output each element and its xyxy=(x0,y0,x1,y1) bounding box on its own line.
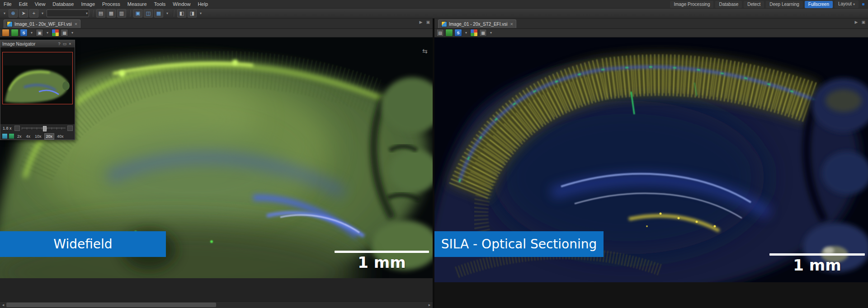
image-file-icon xyxy=(441,21,447,27)
ribbon-button-layout[interactable]: Layout▾ xyxy=(835,0,859,8)
ribbon-button-fullscreen[interactable]: Fullscreen xyxy=(805,1,833,8)
layout-grid-icon[interactable]: ▥ xyxy=(117,9,126,18)
scalebar xyxy=(769,253,865,256)
chevron-down-icon[interactable]: ▾ xyxy=(165,9,170,18)
split-left-icon[interactable]: ◧ xyxy=(177,9,186,18)
tab-left-image[interactable]: Image_01 - 20x_WF_EFI.vsi × xyxy=(4,19,80,28)
tab-scroll-icon[interactable]: ▶ xyxy=(420,20,423,24)
annotation-tool-icon[interactable] xyxy=(2,29,9,37)
scalebar xyxy=(335,251,429,253)
scaling-tool-icon[interactable]: S xyxy=(454,29,462,37)
menu-item-tools[interactable]: Tools xyxy=(151,0,170,8)
layout-grid-icon[interactable]: ▦ xyxy=(107,9,116,18)
pin-icon[interactable]: ▭ xyxy=(62,42,67,46)
close-icon[interactable]: × xyxy=(510,21,513,27)
grid-overlay-icon[interactable]: ▦ xyxy=(479,29,487,37)
chevron-down-icon[interactable]: ▾ xyxy=(70,28,75,37)
right-panel-toolbar: ▤ S ▾ ▦ ▾ xyxy=(434,28,868,37)
mag-button-40x[interactable]: 40x xyxy=(55,133,66,140)
zoom-in-button[interactable] xyxy=(67,126,73,131)
scroll-right-icon[interactable]: ▸ xyxy=(426,302,433,308)
scroll-left-icon[interactable]: ◂ xyxy=(0,302,6,308)
scalebar-label: 1 mm xyxy=(769,256,865,274)
chevron-down-icon[interactable]: ▾ xyxy=(40,9,45,18)
pointer-tool-icon[interactable]: ➤ xyxy=(19,9,28,18)
tab-title: Image_01 - 20x_ST2_EFI.vsi xyxy=(449,22,508,27)
toolbar-separator xyxy=(92,10,93,17)
tab-bar-controls: ▶ ▣ xyxy=(420,20,430,24)
scalebar-label: 1 mm xyxy=(335,253,429,271)
channel-tool-icon[interactable] xyxy=(11,29,19,37)
right-tab-bar: Image_01 - 20x_ST2_EFI.vsi × ▶ ▣ xyxy=(434,19,868,29)
mag-button-2x[interactable]: 2x xyxy=(15,133,24,140)
navigator-titlebar[interactable]: Image Navigator ? ▭ × xyxy=(0,40,75,48)
chevron-down-icon[interactable]: ▾ xyxy=(463,28,469,37)
menu-item-process[interactable]: Process xyxy=(99,0,124,8)
magnification-combobox[interactable]: ▾ xyxy=(47,9,89,17)
navigator-view-rectangle[interactable] xyxy=(2,52,73,104)
ribbon-button-image-processing[interactable]: Image Processing xyxy=(670,1,713,8)
left-panel-toolbar: S ▾ ▣ ▾ ▦ ▾ xyxy=(0,28,433,37)
menubar: File Edit View Database Image Process Me… xyxy=(0,0,868,9)
chevron-down-icon[interactable]: ▾ xyxy=(29,28,34,37)
menu-item-help[interactable]: Help xyxy=(194,0,212,8)
chevron-down-icon[interactable]: ▾ xyxy=(45,28,50,37)
mag-button-4x[interactable]: 4x xyxy=(24,133,33,140)
split-right-icon[interactable]: ◨ xyxy=(188,9,197,18)
frame-tool-icon[interactable]: ▣ xyxy=(36,29,43,37)
horizontal-scrollbar[interactable]: ◂ ▸ xyxy=(0,301,433,308)
tab-right-image[interactable]: Image_01 - 20x_ST2_EFI.vsi × xyxy=(438,19,516,28)
ribbon-button-database[interactable]: Database xyxy=(715,1,742,8)
grid-view-icon[interactable]: ▦ xyxy=(154,9,163,18)
chevron-down-icon[interactable]: ▾ xyxy=(488,28,494,37)
mag-button-20x[interactable]: 20x xyxy=(44,133,55,140)
overview-mode-icon[interactable] xyxy=(2,133,8,139)
zoom-tool-icon[interactable]: ⊕ xyxy=(9,9,18,18)
mag-button-10x[interactable]: 10x xyxy=(33,133,43,140)
tab-title: Image_01 - 20x_WF_EFI.vsi xyxy=(14,22,72,27)
zoom-slider[interactable] xyxy=(22,126,66,131)
left-panel-gutter xyxy=(0,278,433,301)
close-icon[interactable]: × xyxy=(75,21,77,27)
panel-divider[interactable] xyxy=(433,19,434,308)
color-mode-icon[interactable] xyxy=(52,29,59,37)
menu-item-edit[interactable]: Edit xyxy=(15,0,31,8)
zoom-slider-handle[interactable] xyxy=(43,126,47,131)
ribbon-button-deep-learning[interactable]: Deep Learning xyxy=(766,1,803,8)
scrollbar-thumb[interactable] xyxy=(6,303,216,307)
tab-list-icon[interactable]: ▣ xyxy=(426,20,430,24)
workflow-ribbon: Image Processing Database Detect Deep Le… xyxy=(670,0,864,8)
tab-scroll-icon[interactable]: ▶ xyxy=(855,20,858,24)
menu-item-measure[interactable]: Measure xyxy=(124,0,151,8)
fit-view-icon[interactable] xyxy=(9,133,14,139)
tab-list-icon[interactable]: ▣ xyxy=(861,20,865,24)
menu-item-window[interactable]: Window xyxy=(169,0,194,8)
zoom-out-button[interactable] xyxy=(14,126,20,131)
sync-view-icon[interactable]: ⇆ xyxy=(422,47,428,55)
navigator-magnification-row: 2x 4x 10x 20x 40x xyxy=(0,133,75,140)
overlay-view-icon[interactable]: ◫ xyxy=(144,9,153,18)
help-icon[interactable]: ? xyxy=(57,42,62,46)
navigator-thumbnail[interactable] xyxy=(0,47,75,124)
scaling-tool-icon[interactable]: S xyxy=(20,29,28,37)
chevron-down-icon[interactable]: ▾ xyxy=(198,9,203,18)
ribbon-button-detect[interactable]: Detect xyxy=(744,1,764,8)
menu-item-file[interactable]: File xyxy=(0,0,15,8)
pan-tool-icon[interactable]: + xyxy=(29,9,38,18)
grid-overlay-icon[interactable]: ▦ xyxy=(61,29,68,37)
layout-grid-icon[interactable]: ▤ xyxy=(96,9,105,18)
right-image-viewport[interactable]: SILA - Optical Sectioning 1 mm xyxy=(434,37,868,282)
main-toolbar: ▾ ⊕ ➤ + ▾ ▾ ▤ ▦ ▥ ▣ ◫ ▦ ▾ ◧ ◨ ▾ xyxy=(0,8,868,19)
menu-item-view[interactable]: View xyxy=(31,0,49,8)
chevron-down-icon: ▾ xyxy=(86,11,88,15)
menu-item-database[interactable]: Database xyxy=(49,0,77,8)
navigator-title: Image Navigator xyxy=(2,42,57,47)
color-mode-icon[interactable] xyxy=(470,29,478,37)
zoom-value: 1.8 x xyxy=(3,126,14,131)
page-tool-icon[interactable]: ▤ xyxy=(436,29,444,37)
chevron-down-icon[interactable]: ▾ xyxy=(2,9,7,18)
channel-tool-icon[interactable] xyxy=(445,29,453,37)
close-icon[interactable]: × xyxy=(67,42,73,46)
tile-view-icon[interactable]: ▣ xyxy=(133,9,142,18)
menu-item-image[interactable]: Image xyxy=(77,0,99,8)
